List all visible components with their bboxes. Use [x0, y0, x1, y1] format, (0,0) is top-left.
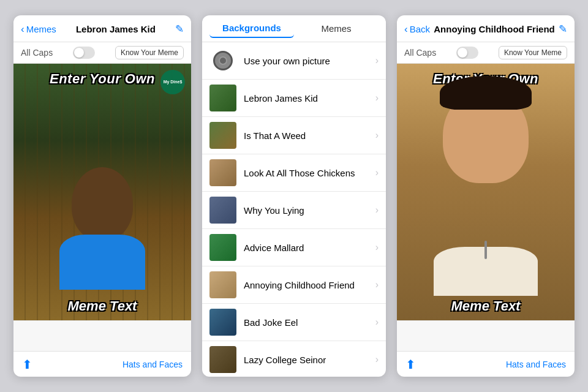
list-thumb-friend — [209, 271, 236, 298]
list-label-chickens: Look At All Those Chickens — [244, 168, 375, 178]
left-share-icon[interactable]: ⬆ — [22, 357, 32, 372]
list-item[interactable]: Lebron James Kid › — [202, 80, 386, 117]
list-label-mallard: Advice Mallard — [244, 243, 375, 253]
list-item[interactable]: Is That A Weed › — [202, 117, 386, 154]
list-label-use-own: Use your own picture — [244, 56, 375, 66]
list-item[interactable]: Bad Joke Eel › — [202, 304, 386, 341]
list-thumb-lazy — [209, 346, 236, 373]
right-edit-icon[interactable]: ✎ — [559, 23, 567, 36]
left-screen: ‹ Memes Lebron James Kid ✎ All Caps Know… — [13, 15, 191, 377]
list-label-lebron: Lebron James Kid — [244, 93, 375, 104]
list-chevron-mallard: › — [375, 242, 379, 253]
list-chevron-use-own: › — [375, 55, 379, 66]
left-caps-row: All Caps Know Your Meme — [13, 42, 191, 64]
left-know-meme-button[interactable]: Know Your Meme — [115, 46, 184, 59]
left-caps-label: All Caps — [21, 48, 53, 58]
right-hats-faces-button[interactable]: Hats and Faces — [506, 360, 566, 369]
right-back-label: Back — [410, 24, 430, 34]
segment-bar: Backgrounds Memes — [202, 15, 386, 42]
list-label-bad-joke: Bad Joke Eel — [244, 317, 375, 328]
meme-list: Use your own picture › Lebron James Kid … — [202, 42, 386, 377]
right-nav-title: Annoying Childhood Friend — [430, 24, 559, 34]
list-thumb-weed — [209, 122, 236, 149]
left-chevron-icon: ‹ — [21, 23, 24, 36]
tab-backgrounds[interactable]: Backgrounds — [209, 19, 294, 38]
left-meme-area[interactable]: My Dine$ Enter Your Own Meme Text — [13, 64, 191, 320]
list-chevron-lying: › — [375, 205, 379, 216]
list-item[interactable]: Why You Lying › — [202, 192, 386, 229]
right-meme-area[interactable]: Enter Your Own Meme Text — [397, 64, 575, 320]
list-chevron-chickens: › — [375, 167, 379, 178]
right-meme-bottom-text[interactable]: Meme Text — [397, 298, 575, 314]
right-text-input-area[interactable] — [397, 320, 575, 351]
list-item[interactable]: Annoying Childhood Friend › — [202, 266, 386, 304]
tab-memes[interactable]: Memes — [294, 20, 379, 37]
left-nav-title: Lebron James Kid — [56, 24, 175, 34]
list-label-lying: Why You Lying — [244, 205, 375, 216]
list-chevron-lazy: › — [375, 354, 379, 365]
right-caps-toggle[interactable] — [456, 47, 478, 59]
left-caps-toggle[interactable] — [73, 47, 95, 59]
right-share-icon[interactable]: ⬆ — [405, 357, 416, 372]
left-meme-top-text[interactable]: Enter Your Own — [13, 71, 191, 87]
left-back-button[interactable]: ‹ Memes — [21, 23, 56, 36]
middle-screen: Backgrounds Memes Use your own picture ›… — [202, 15, 386, 377]
list-thumb-bad-joke — [209, 309, 236, 336]
left-hats-faces-button[interactable]: Hats and Faces — [123, 360, 183, 369]
list-thumb-lebron — [209, 85, 236, 111]
left-bottom-bar: ⬆ Hats and Faces — [13, 351, 191, 377]
list-chevron-bad-joke: › — [375, 317, 379, 328]
right-chevron-icon: ‹ — [404, 23, 408, 36]
list-chevron-weed: › — [375, 130, 379, 141]
list-thumb-lying — [209, 197, 236, 224]
list-item[interactable]: Lazy College Seinor › — [202, 341, 386, 377]
list-label-weed: Is That A Weed — [244, 130, 375, 141]
left-text-input-area[interactable] — [13, 320, 191, 351]
right-know-meme-button[interactable]: Know Your Meme — [499, 46, 567, 59]
list-label-friend: Annoying Childhood Friend — [244, 280, 375, 290]
left-back-label: Memes — [26, 24, 56, 34]
list-item[interactable]: Advice Mallard › — [202, 229, 386, 266]
right-caps-label: All Caps — [404, 48, 436, 58]
right-back-button[interactable]: ‹ Back — [404, 23, 430, 36]
list-item[interactable]: Use your own picture › — [202, 42, 386, 80]
left-nav-bar: ‹ Memes Lebron James Kid ✎ — [13, 15, 191, 42]
list-thumb-chickens — [209, 159, 236, 186]
list-label-lazy: Lazy College Seinor — [244, 355, 375, 365]
right-caps-row: All Caps Know Your Meme — [397, 42, 575, 64]
list-thumb-use-own — [209, 47, 236, 74]
list-chevron-lebron: › — [375, 92, 379, 104]
right-nav-bar: ‹ Back Annoying Childhood Friend ✎ — [397, 15, 575, 42]
left-edit-icon[interactable]: ✎ — [175, 23, 184, 36]
right-screen: ‹ Back Annoying Childhood Friend ✎ All C… — [397, 15, 575, 377]
list-item[interactable]: Look At All Those Chickens › — [202, 154, 386, 192]
list-thumb-mallard — [209, 234, 236, 261]
list-chevron-friend: › — [375, 279, 379, 290]
left-meme-bottom-text[interactable]: Meme Text — [13, 298, 191, 314]
right-bottom-bar: ⬆ Hats and Faces — [397, 351, 575, 377]
